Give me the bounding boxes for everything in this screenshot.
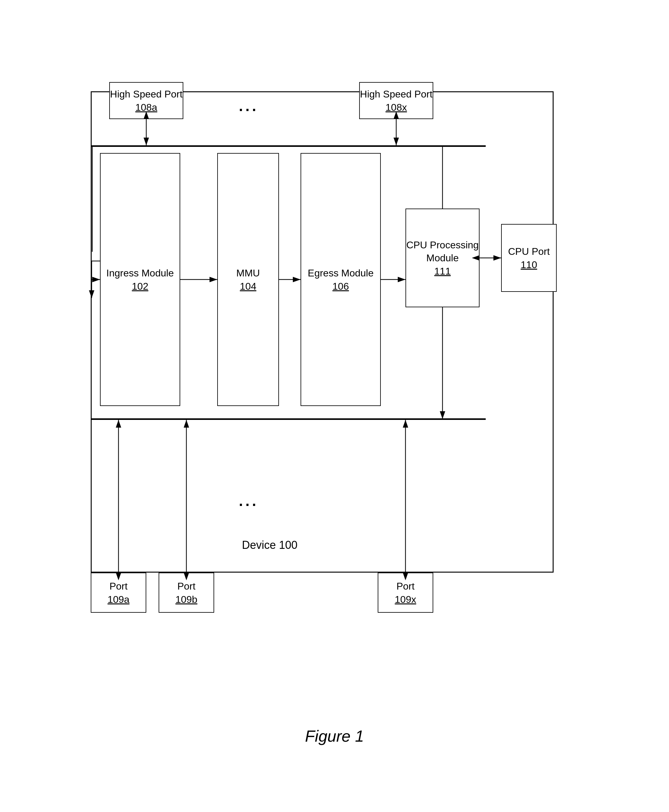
device-label: Device 100	[242, 539, 298, 552]
port-109x-box: Port 109x	[378, 572, 433, 613]
cpu-port-label: CPU Port	[508, 245, 550, 258]
top-bus	[91, 145, 486, 147]
port-109b-box: Port 109b	[159, 572, 214, 613]
mmu-label: MMU	[236, 267, 260, 280]
ingress-label: Ingress Module	[106, 267, 174, 280]
egress-box: Egress Module 106	[301, 153, 381, 406]
port-109x-number: 109x	[395, 594, 416, 605]
diagram-area: High Speed Port 108a ... High Speed Port…	[72, 67, 597, 715]
port-109x-label: Port	[397, 580, 415, 593]
mmu-number: 104	[240, 281, 256, 292]
cpu-proc-number: 111	[434, 266, 450, 277]
ingress-number: 102	[132, 281, 148, 292]
port-109b-label: Port	[177, 580, 196, 593]
egress-label: Egress Module	[308, 267, 373, 280]
port-109b-number: 109b	[175, 594, 197, 605]
egress-number: 106	[332, 281, 349, 292]
hsp-108x-label: High Speed Port	[360, 88, 433, 101]
mmu-box: MMU 104	[217, 153, 279, 406]
hsp-108x-box: High Speed Port 108x	[359, 82, 433, 119]
cpu-port-box: CPU Port 110	[501, 224, 557, 292]
port-109a-label: Port	[109, 580, 128, 593]
hsp-108x-number: 108x	[385, 102, 407, 113]
cpu-port-number: 110	[521, 259, 537, 270]
figure-label: Figure 1	[305, 727, 364, 745]
cpu-proc-box: CPU Processing Module 111	[405, 208, 479, 307]
cpu-proc-label: CPU Processing Module	[406, 239, 479, 264]
ellipsis-bottom: ...	[239, 492, 259, 509]
port-109a-number: 109a	[108, 594, 129, 605]
ingress-box: Ingress Module 102	[100, 153, 180, 406]
bottom-bus	[91, 418, 486, 420]
ellipsis-top: ...	[239, 97, 259, 114]
hsp-108a-label: High Speed Port	[110, 88, 183, 101]
page-container: High Speed Port 108a ... High Speed Port…	[41, 36, 628, 776]
port-109a-box: Port 109a	[91, 572, 146, 613]
hsp-108a-number: 108a	[135, 102, 157, 113]
hsp-108a-box: High Speed Port 108a	[109, 82, 183, 119]
